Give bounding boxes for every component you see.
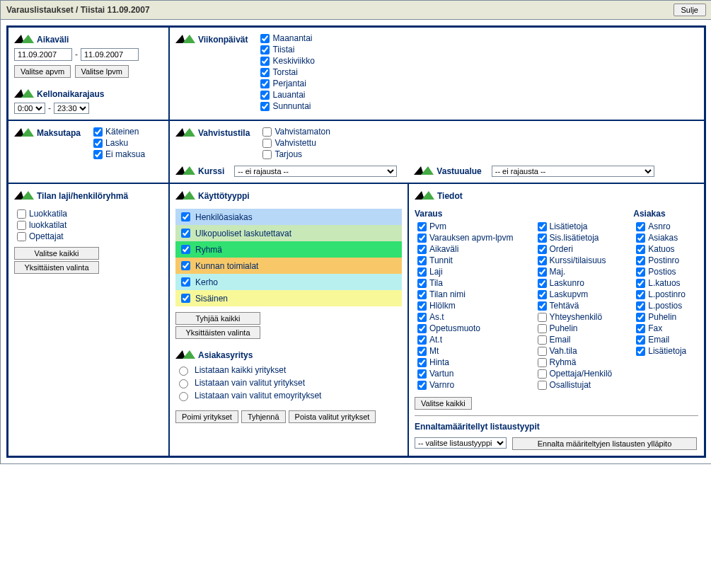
checkbox-row[interactable]: Hlölkm	[417, 301, 514, 311]
checkbox-row[interactable]: Maanantai	[260, 33, 314, 43]
date-to-input[interactable]	[81, 48, 139, 61]
checkbox-row[interactable]: luokkatilat	[17, 220, 163, 230]
checkbox[interactable]	[636, 245, 645, 254]
checkbox-row[interactable]: Vah.tila	[538, 346, 613, 356]
checkbox[interactable]	[260, 57, 270, 66]
checkbox[interactable]	[262, 139, 272, 148]
checkbox[interactable]	[93, 150, 103, 159]
checkbox[interactable]	[538, 301, 547, 311]
checkbox[interactable]	[181, 261, 190, 270]
checkbox[interactable]	[636, 335, 645, 345]
checkbox[interactable]	[538, 279, 547, 288]
checkbox[interactable]	[538, 245, 547, 254]
checkbox-row[interactable]: Henkilöasiakas	[175, 209, 402, 225]
checkbox[interactable]	[538, 222, 547, 231]
checkbox-row[interactable]: Katuos	[636, 244, 686, 254]
checkbox[interactable]	[181, 229, 190, 238]
checkbox[interactable]	[181, 245, 190, 254]
checkbox-row[interactable]: Tiistai	[260, 45, 314, 54]
checkbox-row[interactable]: At.t	[417, 335, 514, 345]
checkbox[interactable]	[262, 150, 272, 159]
checkbox[interactable]	[636, 279, 645, 288]
checkbox-row[interactable]: Asiakas	[636, 233, 686, 243]
checkbox[interactable]	[538, 234, 547, 243]
checkbox[interactable]	[417, 222, 427, 231]
checkbox-row[interactable]: Laskupvm	[538, 289, 613, 299]
checkbox-row[interactable]: Opetusmuoto	[417, 323, 514, 333]
checkbox-row[interactable]: Tilan nimi	[417, 289, 514, 299]
close-button[interactable]: Sulje	[674, 4, 706, 16]
checkbox-row[interactable]: L.katuos	[636, 278, 686, 288]
checkbox-row[interactable]: Maj.	[538, 267, 613, 277]
checkbox[interactable]	[93, 127, 103, 137]
checkbox-row[interactable]: Sis.lisätietoja	[538, 233, 613, 243]
checkbox[interactable]	[417, 381, 427, 390]
checkbox-row[interactable]: Lasku	[93, 138, 145, 148]
checkbox[interactable]	[538, 256, 547, 265]
checkbox[interactable]	[538, 313, 547, 322]
checkbox[interactable]	[417, 347, 427, 356]
time-from-select[interactable]: 0:00	[14, 103, 45, 114]
checkbox-row[interactable]: Laji	[417, 267, 514, 277]
checkbox[interactable]	[538, 369, 547, 379]
checkbox[interactable]	[636, 256, 645, 265]
checkbox-row[interactable]: Varauksen apvm-lpvm	[417, 233, 514, 243]
checkbox-row[interactable]: Ryhmä	[175, 241, 402, 258]
checkbox[interactable]	[538, 358, 547, 367]
checkbox-row[interactable]: Puhelin	[636, 312, 686, 322]
time-to-select[interactable]: 23:30	[54, 103, 89, 114]
checkbox[interactable]	[538, 324, 547, 333]
checkbox[interactable]	[260, 34, 270, 43]
checkbox[interactable]	[17, 209, 26, 219]
checkbox-row[interactable]: Vahvistamaton	[262, 127, 330, 137]
checkbox-row[interactable]: Lauantai	[260, 90, 314, 100]
checkbox-row[interactable]: Hinta	[417, 357, 514, 367]
checkbox-row[interactable]: Lisätietoja	[636, 346, 686, 356]
checkbox-row[interactable]: Tila	[417, 278, 514, 288]
checkbox-row[interactable]: Sisäinen	[175, 290, 402, 306]
checkbox-row[interactable]: Lisätietoja	[538, 221, 613, 231]
checkbox[interactable]	[260, 45, 270, 54]
checkbox-row[interactable]: Asnro	[636, 221, 686, 231]
checkbox-row[interactable]: L.postinro	[636, 289, 686, 299]
checkbox-row[interactable]: Opettajat	[17, 231, 163, 241]
checkbox-row[interactable]: Fax	[636, 323, 686, 333]
checkbox[interactable]	[636, 324, 645, 333]
checkbox[interactable]	[636, 222, 645, 231]
checkbox[interactable]	[260, 68, 270, 77]
checkbox[interactable]	[17, 232, 26, 241]
checkbox[interactable]	[417, 369, 427, 379]
kt-yksittaisten-button[interactable]: Yksittäisten valinta	[175, 326, 260, 339]
checkbox[interactable]	[17, 221, 26, 230]
checkbox[interactable]	[417, 358, 427, 367]
listaustyyppi-select[interactable]: -- valitse listaustyyppi --	[415, 437, 507, 449]
radio[interactable]	[179, 379, 188, 388]
checkbox-row[interactable]: Ryhmä	[538, 357, 613, 367]
checkbox-row[interactable]: As.t	[417, 312, 514, 322]
checkbox-row[interactable]: Perjantai	[260, 79, 314, 88]
checkbox-row[interactable]: Mt	[417, 346, 514, 356]
valitse-apvm-button[interactable]: Valitse apvm	[14, 65, 71, 78]
tl-yksittaisten-button[interactable]: Yksittäisten valinta	[14, 261, 99, 274]
radio[interactable]	[179, 392, 188, 401]
checkbox[interactable]	[417, 245, 427, 254]
vastuualue-select[interactable]: -- ei rajausta --	[492, 166, 654, 177]
checkbox-row[interactable]: Sunnuntai	[260, 101, 314, 111]
checkbox-row[interactable]: Email	[538, 335, 613, 345]
checkbox[interactable]	[417, 290, 427, 299]
checkbox-row[interactable]: Postinro	[636, 255, 686, 265]
checkbox[interactable]	[417, 335, 427, 345]
checkbox[interactable]	[262, 127, 272, 137]
checkbox-row[interactable]: Kurssi/tilaisuus	[538, 255, 613, 265]
checkbox[interactable]	[538, 335, 547, 345]
checkbox[interactable]	[417, 324, 427, 333]
checkbox-row[interactable]: Kerho	[175, 274, 402, 290]
checkbox-row[interactable]: Postios	[636, 267, 686, 277]
checkbox-row[interactable]: Käteinen	[93, 127, 145, 137]
checkbox[interactable]	[260, 79, 270, 88]
checkbox-row[interactable]: Puhelin	[538, 323, 613, 333]
checkbox[interactable]	[538, 267, 547, 277]
poimi-yritykset-button[interactable]: Poimi yritykset	[175, 410, 238, 423]
checkbox[interactable]	[260, 91, 270, 100]
radio-row[interactable]: Listataan vain valitut emoyritykset	[175, 389, 402, 402]
